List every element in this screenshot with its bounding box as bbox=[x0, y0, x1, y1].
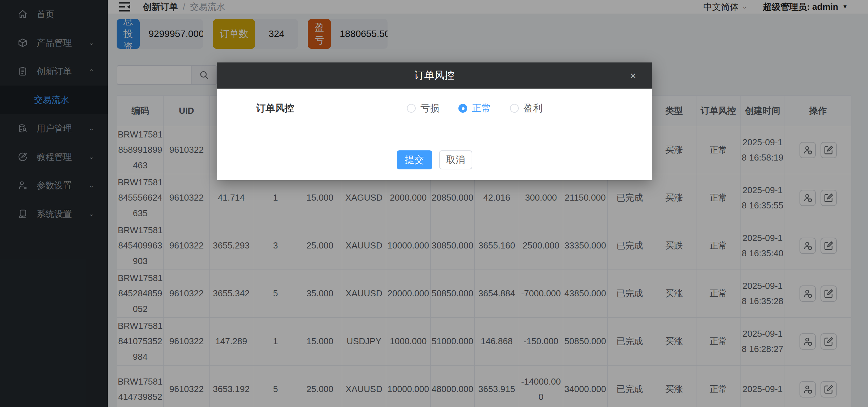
modal-header: 订单风控 × bbox=[217, 62, 652, 89]
radio-circle-icon bbox=[458, 104, 467, 113]
risk-form-row: 订单风控 亏损 正常 盈利 bbox=[217, 101, 652, 115]
risk-radio-group: 亏损 正常 盈利 bbox=[407, 101, 542, 115]
radio-profit[interactable]: 盈利 bbox=[510, 102, 542, 115]
radio-normal[interactable]: 正常 bbox=[458, 102, 491, 115]
risk-control-modal: 订单风控 × 订单风控 亏损 正常 盈利 提交 取消 bbox=[217, 62, 652, 180]
radio-loss[interactable]: 亏损 bbox=[407, 102, 439, 115]
radio-label: 正常 bbox=[472, 102, 491, 115]
radio-label: 亏损 bbox=[420, 102, 439, 115]
radio-circle-icon bbox=[510, 104, 519, 113]
radio-label: 盈利 bbox=[524, 102, 542, 115]
risk-field-label: 订单风控 bbox=[256, 101, 294, 115]
radio-circle-icon bbox=[407, 104, 416, 113]
modal-backdrop[interactable] bbox=[0, 0, 868, 407]
modal-body: 订单风控 亏损 正常 盈利 提交 取消 bbox=[217, 89, 652, 180]
modal-title: 订单风控 bbox=[414, 69, 455, 82]
cancel-button[interactable]: 取消 bbox=[439, 150, 472, 169]
close-icon[interactable]: × bbox=[625, 62, 642, 89]
submit-button[interactable]: 提交 bbox=[397, 150, 432, 169]
modal-actions: 提交 取消 bbox=[217, 150, 652, 169]
